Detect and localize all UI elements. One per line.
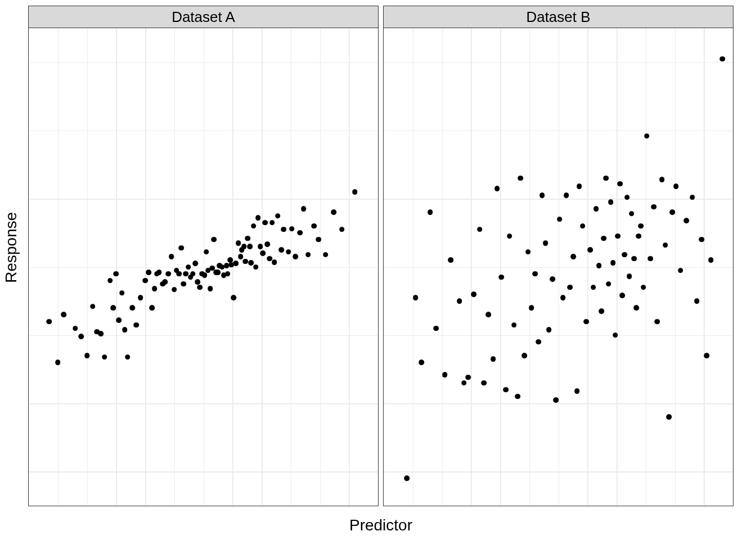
grid-line	[384, 130, 733, 132]
data-point	[659, 177, 665, 183]
data-point	[202, 272, 208, 278]
data-point	[286, 249, 291, 255]
x-axis-title-text: Predictor	[349, 516, 412, 534]
data-point	[258, 244, 263, 249]
data-point	[536, 339, 542, 345]
data-point	[557, 217, 562, 222]
data-point	[655, 319, 660, 325]
data-point	[583, 319, 589, 325]
data-point	[591, 285, 596, 290]
data-point	[631, 256, 637, 262]
data-point	[129, 305, 135, 311]
data-point	[281, 227, 287, 232]
data-point	[494, 186, 500, 191]
data-point	[316, 237, 322, 242]
data-point	[152, 286, 158, 292]
plot-area-b	[383, 28, 734, 506]
data-point	[61, 312, 66, 318]
data-point	[339, 227, 345, 232]
data-point	[102, 354, 107, 360]
data-point	[433, 326, 439, 331]
data-point	[683, 218, 689, 223]
facet-strip-a: Dataset A	[28, 6, 379, 28]
data-point	[647, 256, 653, 262]
data-point	[636, 233, 642, 239]
panel-dataset-b: Dataset B	[383, 6, 734, 506]
grid-line	[384, 335, 733, 336]
data-point	[546, 327, 552, 332]
data-point	[46, 319, 52, 325]
data-point	[166, 271, 172, 277]
data-point	[627, 274, 632, 280]
data-point	[644, 133, 650, 139]
chart-figure: Response Dataset A Dataset B Predictor	[0, 0, 756, 540]
data-point	[186, 264, 191, 270]
data-point	[564, 192, 569, 198]
data-point	[204, 249, 209, 255]
data-point	[249, 260, 254, 266]
data-point	[114, 271, 119, 277]
data-point	[539, 192, 545, 198]
data-point	[311, 223, 317, 229]
data-point	[119, 290, 125, 296]
data-point	[518, 176, 523, 181]
data-point	[678, 268, 683, 273]
data-point	[211, 237, 217, 242]
y-axis-title: Response	[0, 0, 22, 495]
data-point	[298, 230, 303, 236]
data-point	[242, 259, 248, 264]
data-point	[617, 181, 623, 187]
data-point	[241, 244, 247, 249]
data-point	[78, 334, 84, 339]
data-point	[269, 220, 275, 226]
data-point	[699, 237, 704, 242]
data-point	[511, 322, 517, 328]
data-point	[522, 353, 528, 358]
data-point	[580, 223, 586, 229]
data-point	[704, 353, 710, 358]
data-point	[305, 252, 311, 258]
data-point	[275, 213, 281, 219]
data-point	[629, 211, 634, 217]
data-point	[278, 247, 284, 253]
data-point	[601, 236, 606, 241]
data-point	[404, 476, 410, 482]
y-axis-title-text: Response	[2, 212, 20, 283]
data-point	[673, 184, 679, 190]
data-point	[289, 226, 295, 232]
data-point	[208, 286, 213, 292]
data-point	[608, 200, 614, 205]
data-point	[615, 233, 620, 239]
data-point	[413, 295, 418, 300]
data-point	[457, 298, 462, 304]
data-point	[107, 278, 113, 284]
data-point	[251, 223, 256, 229]
data-point	[84, 353, 90, 358]
facet-panels: Dataset A Dataset B	[28, 6, 734, 506]
data-point	[613, 332, 618, 338]
data-point	[265, 242, 271, 248]
data-point	[255, 215, 261, 220]
data-point	[720, 56, 726, 62]
panel-dataset-a: Dataset A	[28, 6, 379, 506]
data-point	[471, 291, 477, 297]
data-point	[461, 380, 467, 386]
data-point	[116, 317, 122, 323]
grid-line	[29, 471, 378, 472]
data-point	[465, 375, 471, 380]
data-point	[442, 372, 448, 377]
grid-line	[29, 62, 378, 64]
data-point	[98, 331, 104, 337]
data-point	[352, 189, 358, 195]
data-point	[620, 293, 626, 299]
data-point	[197, 285, 203, 290]
data-point	[610, 260, 616, 266]
data-point	[301, 206, 307, 212]
data-point	[156, 269, 162, 275]
data-point	[448, 258, 453, 263]
data-point	[195, 279, 200, 285]
data-point	[181, 281, 187, 287]
data-point	[638, 223, 644, 229]
data-point	[110, 305, 116, 311]
grid-line	[384, 62, 733, 64]
